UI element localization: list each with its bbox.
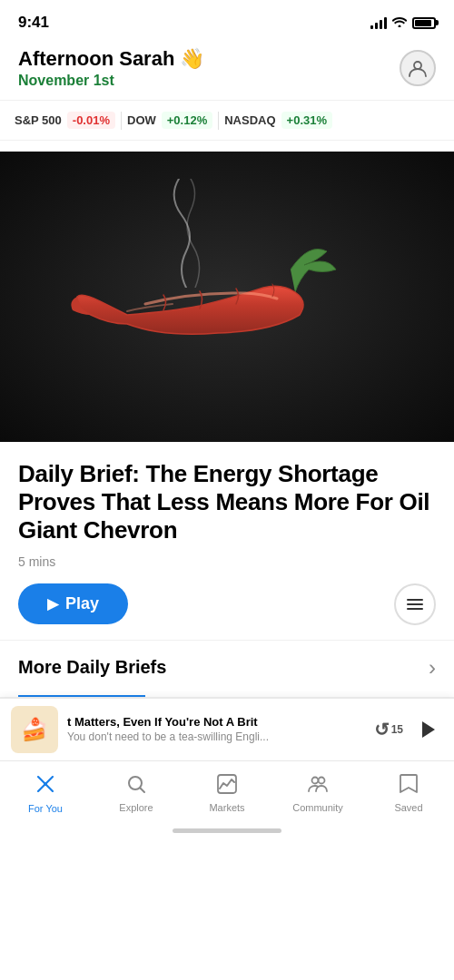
svg-marker-4 bbox=[422, 721, 435, 738]
ticker-dow-name: DOW bbox=[127, 113, 156, 127]
tab-saved-label: Saved bbox=[394, 802, 422, 813]
ticker-nasdaq[interactable]: NASDAQ +0.31% bbox=[224, 108, 332, 132]
ticker-nasdaq-change: +0.31% bbox=[281, 112, 332, 129]
play-label: Play bbox=[65, 594, 99, 613]
action-row: ▶ Play bbox=[0, 569, 454, 640]
for-you-icon bbox=[34, 772, 57, 799]
play-button[interactable]: ▶ Play bbox=[18, 583, 128, 624]
status-bar: 9:41 bbox=[0, 0, 454, 40]
hero-image bbox=[0, 152, 454, 442]
more-briefs-row[interactable]: More Daily Briefs › bbox=[0, 640, 454, 695]
saved-icon bbox=[399, 773, 419, 799]
ticker-sp500-name: S&P 500 bbox=[15, 113, 62, 127]
tab-for-you[interactable]: For You bbox=[0, 769, 91, 818]
tab-community-label: Community bbox=[292, 802, 343, 813]
svg-point-0 bbox=[414, 62, 421, 69]
ticker-dow[interactable]: DOW +0.12% bbox=[127, 108, 212, 132]
svg-line-9 bbox=[141, 788, 145, 792]
svg-point-11 bbox=[312, 777, 319, 783]
community-icon bbox=[307, 773, 329, 799]
ticker-divider-2 bbox=[218, 112, 219, 130]
replay-button[interactable]: ↺ 15 bbox=[374, 719, 403, 740]
tab-bar: For You Explore Markets bbox=[0, 760, 454, 821]
header: Afternoon Sarah 👋 November 1st bbox=[0, 40, 454, 100]
market-ticker: S&P 500 -0.01% DOW +0.12% NASDAQ +0.31% bbox=[0, 100, 454, 141]
play-triangle-icon: ▶ bbox=[47, 595, 58, 612]
mini-player-subtitle: You don't need to be a tea-swilling Engl… bbox=[67, 730, 365, 743]
status-icons bbox=[370, 15, 436, 30]
replay-icon: ↺ bbox=[374, 719, 390, 740]
wifi-icon bbox=[392, 15, 407, 30]
chevron-right-icon: › bbox=[429, 655, 436, 681]
date-text: November 1st bbox=[18, 73, 204, 89]
list-options-button[interactable] bbox=[394, 583, 436, 625]
tab-explore-label: Explore bbox=[119, 802, 153, 813]
ticker-sp500[interactable]: S&P 500 -0.01% bbox=[15, 108, 115, 132]
greeting-text: Afternoon Sarah 👋 bbox=[18, 47, 204, 71]
ticker-sp500-change: -0.01% bbox=[67, 112, 115, 129]
tab-saved[interactable]: Saved bbox=[363, 769, 454, 817]
tab-for-you-label: For You bbox=[28, 803, 63, 814]
replay-seconds: 15 bbox=[391, 723, 403, 736]
status-time: 9:41 bbox=[18, 14, 49, 32]
more-briefs-label: More Daily Briefs bbox=[18, 657, 166, 678]
profile-avatar[interactable] bbox=[400, 50, 436, 86]
mini-player: 🍰 t Matters, Even If You're Not A Brit Y… bbox=[0, 698, 454, 760]
thumbnail-emoji: 🍰 bbox=[21, 717, 48, 742]
ticker-divider-1 bbox=[121, 112, 122, 130]
ticker-nasdaq-name: NASDAQ bbox=[224, 113, 275, 127]
tab-markets-label: Markets bbox=[209, 802, 244, 813]
markets-icon bbox=[216, 773, 238, 799]
article-title: Daily Brief: The Energy Shortage Proves … bbox=[18, 460, 436, 545]
home-bar bbox=[173, 828, 281, 833]
article-content: Daily Brief: The Energy Shortage Proves … bbox=[0, 442, 454, 569]
signal-icon bbox=[370, 16, 387, 29]
mini-player-title: t Matters, Even If You're Not A Brit bbox=[67, 715, 365, 729]
more-briefs-underline bbox=[18, 695, 145, 697]
mini-player-controls: ↺ 15 bbox=[374, 714, 443, 745]
explore-icon bbox=[125, 773, 147, 799]
article-read-time: 5 mins bbox=[18, 554, 436, 569]
tab-community[interactable]: Community bbox=[272, 769, 363, 817]
tab-explore[interactable]: Explore bbox=[91, 769, 182, 817]
chili-illustration bbox=[0, 152, 454, 442]
battery-icon bbox=[412, 17, 436, 29]
svg-rect-10 bbox=[218, 775, 236, 793]
ticker-dow-change: +0.12% bbox=[162, 112, 212, 129]
mini-player-info: t Matters, Even If You're Not A Brit You… bbox=[67, 715, 365, 743]
mini-play-button[interactable] bbox=[412, 714, 443, 745]
greeting-section: Afternoon Sarah 👋 November 1st bbox=[18, 47, 204, 89]
svg-point-12 bbox=[319, 777, 325, 783]
tab-markets[interactable]: Markets bbox=[182, 769, 272, 817]
mini-player-thumbnail: 🍰 bbox=[11, 706, 58, 753]
home-indicator bbox=[0, 821, 454, 837]
